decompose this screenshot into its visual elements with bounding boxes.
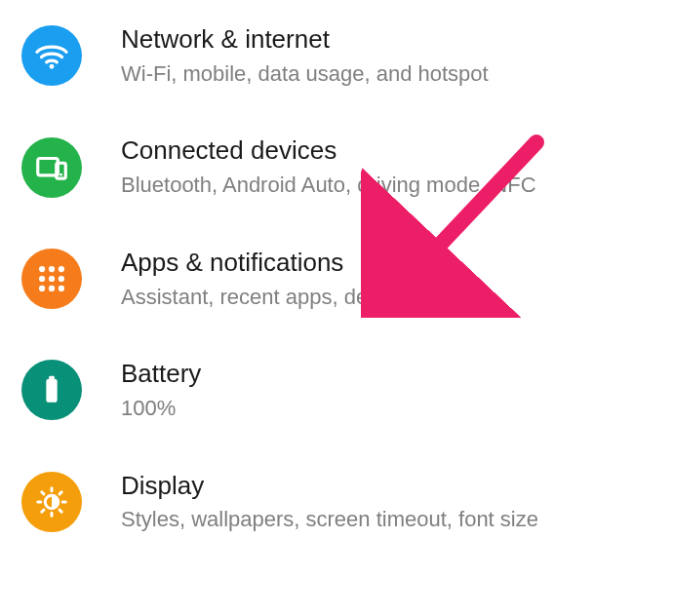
settings-item-connected[interactable]: Connected devices Bluetooth, Android Aut… bbox=[0, 111, 673, 222]
settings-item-title: Connected devices bbox=[121, 135, 536, 168]
settings-item-title: Battery bbox=[121, 358, 201, 391]
settings-item-network[interactable]: Network & internet Wi-Fi, mobile, data u… bbox=[0, 0, 673, 111]
svg-point-11 bbox=[49, 286, 55, 291]
settings-item-battery[interactable]: Battery 100% bbox=[0, 334, 673, 445]
svg-point-0 bbox=[50, 64, 55, 69]
svg-point-8 bbox=[49, 276, 55, 282]
settings-list: Network & internet Wi-Fi, mobile, data u… bbox=[0, 0, 673, 558]
svg-line-22 bbox=[42, 510, 44, 512]
svg-point-4 bbox=[39, 266, 45, 272]
svg-rect-13 bbox=[46, 379, 57, 403]
svg-rect-2 bbox=[57, 163, 66, 178]
settings-item-title: Network & internet bbox=[121, 23, 489, 57]
svg-rect-14 bbox=[49, 376, 55, 380]
svg-point-5 bbox=[49, 266, 55, 272]
settings-item-subtitle: Styles, wallpapers, screen timeout, font… bbox=[121, 506, 538, 534]
settings-item-text: Display Styles, wallpapers, screen timeo… bbox=[121, 470, 538, 534]
settings-item-subtitle: Bluetooth, Android Auto, driving mode, N… bbox=[121, 172, 536, 200]
svg-line-20 bbox=[42, 492, 44, 494]
settings-item-text: Network & internet Wi-Fi, mobile, data u… bbox=[121, 23, 489, 88]
svg-point-9 bbox=[59, 276, 64, 282]
devices-icon bbox=[21, 137, 82, 198]
settings-item-display[interactable]: Display Styles, wallpapers, screen timeo… bbox=[0, 446, 673, 558]
svg-point-6 bbox=[59, 266, 64, 272]
svg-point-12 bbox=[59, 286, 64, 291]
svg-line-23 bbox=[59, 492, 61, 494]
svg-line-21 bbox=[59, 510, 61, 512]
settings-item-apps[interactable]: Apps & notifications Assistant, recent a… bbox=[0, 223, 673, 334]
settings-item-subtitle: Wi-Fi, mobile, data usage, and hotspot bbox=[121, 60, 489, 89]
display-icon bbox=[21, 472, 82, 532]
battery-icon bbox=[21, 360, 82, 420]
settings-item-text: Connected devices Bluetooth, Android Aut… bbox=[121, 135, 536, 199]
settings-item-title: Display bbox=[121, 470, 538, 503]
settings-item-subtitle: 100% bbox=[121, 395, 201, 423]
apps-icon bbox=[21, 249, 82, 309]
svg-point-3 bbox=[59, 173, 62, 175]
settings-item-text: Battery 100% bbox=[121, 358, 201, 422]
settings-item-title: Apps & notifications bbox=[121, 247, 461, 280]
settings-item-subtitle: Assistant, recent apps, default apps bbox=[121, 284, 461, 312]
svg-point-7 bbox=[39, 276, 45, 282]
settings-item-text: Apps & notifications Assistant, recent a… bbox=[121, 247, 461, 311]
wifi-icon bbox=[21, 25, 82, 86]
svg-point-10 bbox=[39, 286, 45, 291]
